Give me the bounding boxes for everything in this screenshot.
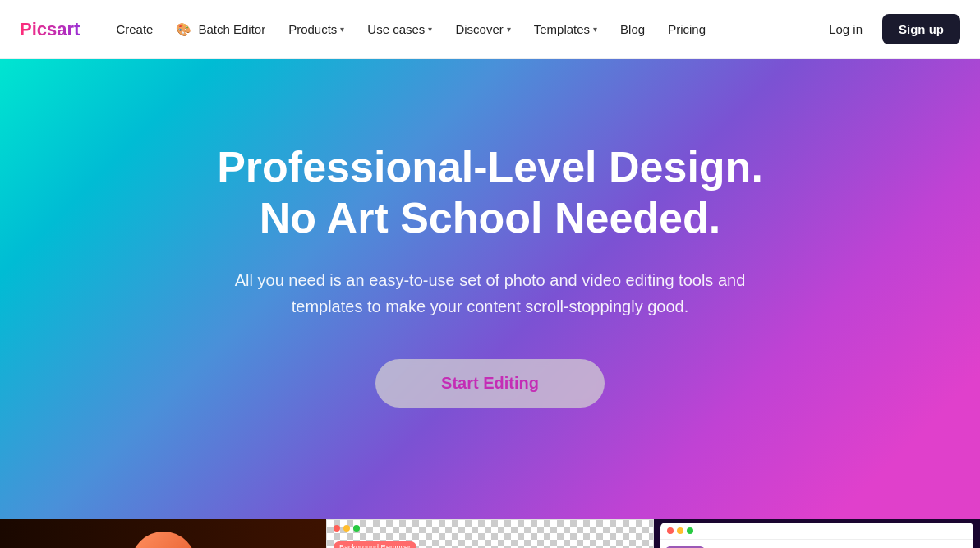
chevron-down-icon: ▾	[340, 25, 344, 34]
nav-item-use-cases[interactable]: Use cases ▾	[357, 16, 442, 43]
batch-editor-icon: 🎨	[176, 22, 191, 37]
chevron-down-icon: ▾	[428, 25, 432, 34]
dot-red	[334, 525, 340, 532]
dot-green	[687, 527, 693, 534]
logo[interactable]: Picsart	[20, 19, 80, 40]
nav-item-products[interactable]: Products ▾	[278, 16, 354, 43]
window-controls	[334, 525, 360, 532]
chevron-down-icon: ▾	[507, 25, 511, 34]
start-editing-button[interactable]: Start Editing	[375, 359, 605, 408]
dot-red	[667, 527, 674, 534]
dot-green	[353, 525, 360, 532]
thumbnail-2[interactable]: Background Remover	[326, 519, 654, 548]
nav-links: Create 🎨 Batch Editor Products ▾ Use cas…	[106, 16, 816, 44]
navbar: Picsart Create 🎨 Batch Editor Products ▾…	[0, 0, 980, 59]
hero-title: Professional-Level Design. No Art School…	[217, 141, 763, 244]
hero-subtitle: All you need is an easy-to-use set of ph…	[211, 267, 770, 320]
nav-right: Log in Sign up	[816, 14, 960, 44]
nav-item-batch-editor[interactable]: 🎨 Batch Editor	[166, 16, 275, 44]
signup-button[interactable]: Sign up	[882, 14, 960, 44]
nav-item-blog[interactable]: Blog	[610, 16, 655, 43]
nav-item-templates[interactable]: Templates ▾	[524, 16, 607, 43]
bg-remover-badge: Background Remover	[334, 538, 416, 548]
nav-item-create[interactable]: Create	[106, 16, 163, 43]
nav-item-pricing[interactable]: Pricing	[658, 16, 715, 43]
nav-item-discover[interactable]: Discover ▾	[445, 16, 520, 43]
dot-yellow	[343, 525, 350, 532]
thumbnail-1[interactable]	[0, 519, 326, 548]
templates-window: Templates	[660, 523, 973, 548]
chevron-down-icon: ▾	[593, 25, 597, 34]
window-titlebar	[660, 523, 973, 540]
thumbnail-row: Background Remover Templates	[0, 519, 980, 548]
dot-yellow	[677, 527, 683, 534]
thumbnail-3[interactable]: Templates	[654, 519, 980, 548]
login-button[interactable]: Log in	[816, 16, 876, 43]
hero-section: Professional-Level Design. No Art School…	[0, 59, 980, 519]
